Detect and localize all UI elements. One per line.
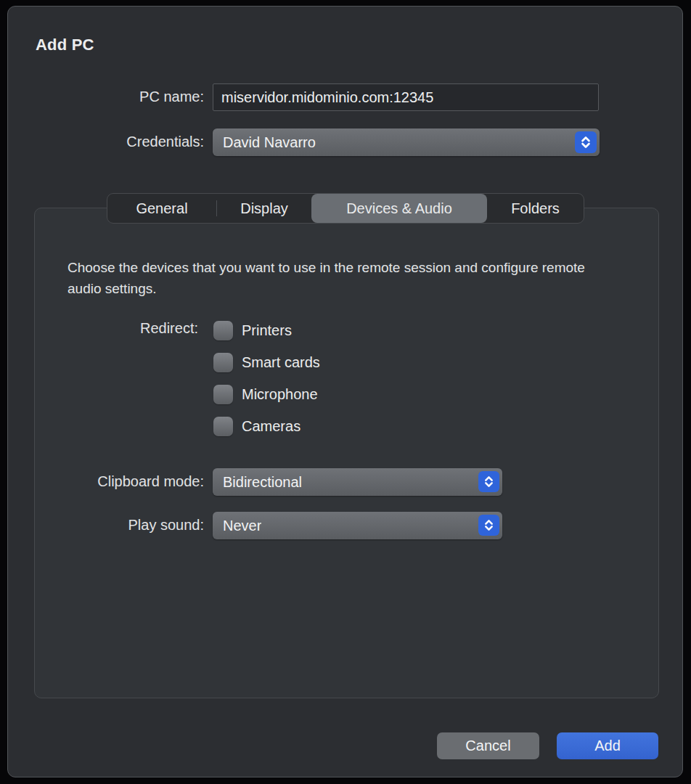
play-sound-label: Play sound: xyxy=(8,517,204,534)
credentials-popup[interactable]: David Navarro xyxy=(213,128,600,156)
dialog-title: Add PC xyxy=(36,36,94,54)
credentials-label: Credentials: xyxy=(8,134,204,150)
printers-checkbox-label: Printers xyxy=(242,322,292,339)
smart-cards-checkbox[interactable] xyxy=(213,353,233,372)
panel-description: Choose the devices that you want to use … xyxy=(68,257,592,299)
add-pc-dialog: Add PC PC name: Credentials: David Navar… xyxy=(7,6,683,777)
microphone-checkbox-label: Microphone xyxy=(242,386,318,403)
tab-folders[interactable]: Folders xyxy=(487,194,584,223)
printers-checkbox[interactable] xyxy=(213,321,233,340)
chevron-up-down-icon xyxy=(478,515,499,536)
pc-name-label: PC name: xyxy=(8,89,204,105)
add-button[interactable]: Add xyxy=(557,732,658,759)
tab-bar: General Display Devices & Audio Folders xyxy=(107,193,584,224)
tab-display[interactable]: Display xyxy=(217,194,311,223)
redirect-option-row: Smart cards xyxy=(213,352,320,372)
smart-cards-checkbox-label: Smart cards xyxy=(242,354,320,371)
cancel-button[interactable]: Cancel xyxy=(437,732,539,759)
redirect-option-row: Printers xyxy=(213,320,292,340)
play-sound-popup[interactable]: Never xyxy=(213,512,502,539)
clipboard-mode-popup-value: Bidirectional xyxy=(213,474,302,491)
chevron-up-down-icon xyxy=(478,471,499,492)
microphone-checkbox[interactable] xyxy=(213,385,233,404)
clipboard-mode-label: Clipboard mode: xyxy=(8,473,204,490)
cameras-checkbox-label: Cameras xyxy=(242,418,300,435)
tab-general[interactable]: General xyxy=(107,194,216,223)
redirect-label: Redirect: xyxy=(8,320,198,337)
play-sound-popup-value: Never xyxy=(213,518,261,534)
clipboard-mode-popup[interactable]: Bidirectional xyxy=(213,468,502,496)
redirect-option-row: Microphone xyxy=(213,384,318,404)
cameras-checkbox[interactable] xyxy=(213,417,233,436)
tab-devices-audio[interactable]: Devices & Audio xyxy=(311,194,487,223)
pc-name-input[interactable] xyxy=(213,83,599,111)
chevron-up-down-icon xyxy=(575,131,597,153)
credentials-popup-value: David Navarro xyxy=(213,134,316,151)
redirect-option-row: Cameras xyxy=(213,416,300,436)
